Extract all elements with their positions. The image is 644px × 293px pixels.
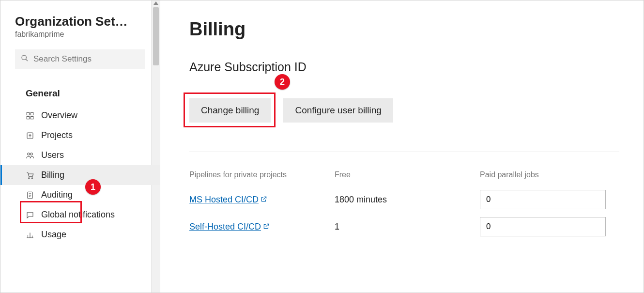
search-icon [21,54,29,64]
grid-icon [26,111,34,120]
table-header-paid: Paid parallel jobs [480,170,615,182]
sidebar-title: Organization Settin… [0,14,146,29]
svg-rect-3 [31,112,33,115]
sidebar: Organization Settin… fabrikamprime Gener… [0,0,160,293]
link-label: MS Hosted CI/CD [189,195,259,205]
sidebar-item-label: Overview [41,110,77,121]
sidebar-item-label: Billing [41,170,64,180]
search-settings-field[interactable] [15,49,145,69]
change-billing-button[interactable]: Change billing [189,98,271,123]
sidebar-item-label: Auditing [41,190,73,200]
chat-icon [26,211,34,219]
sidebar-item-global-notifications[interactable]: Global notifications [0,205,160,225]
svg-point-8 [28,153,30,155]
sidebar-item-overview[interactable]: Overview [0,106,160,125]
self-hosted-paid-input[interactable] [480,217,606,236]
table-row: MS Hosted CI/CD [189,195,335,205]
sidebar-subtitle: fabrikamprime [0,29,160,39]
sidebar-item-billing[interactable]: Billing [0,165,160,185]
annotation-callout-1: 1 [85,179,101,195]
table-cell [480,217,615,236]
main-content: Billing Azure Subscription ID Change bil… [160,0,644,293]
svg-rect-5 [31,116,33,119]
cart-icon [26,171,34,180]
sidebar-section-general: General [0,69,160,106]
sidebar-item-label: Projects [41,130,73,140]
table-cell [480,190,615,209]
billing-button-row: Change billing Configure user billing 2 [189,98,619,123]
svg-rect-2 [27,112,29,115]
link-label: Self-Hosted CI/CD [189,222,261,232]
svg-rect-4 [27,116,29,119]
ms-hosted-free-value: 1800 minutes [335,195,480,205]
search-settings-input[interactable] [33,54,139,64]
app-frame: Organization Settin… fabrikamprime Gener… [0,0,644,293]
sidebar-item-usage[interactable]: Usage [0,225,160,245]
svg-point-9 [31,153,33,155]
table-header-free: Free [335,170,480,182]
sidebar-item-auditing[interactable]: Auditing [0,185,160,205]
users-icon [26,151,34,160]
svg-point-11 [31,177,32,178]
self-hosted-free-value: 1 [335,222,480,232]
sidebar-item-label: Global notifications [41,210,115,220]
table-header-pipelines: Pipelines for private projects [189,170,335,182]
upload-box-icon [26,131,34,140]
sidebar-item-users[interactable]: Users [0,145,160,165]
table-row: Self-Hosted CI/CD [189,222,335,232]
sidebar-item-label: Usage [41,230,66,240]
svg-point-10 [29,177,30,178]
configure-user-billing-button[interactable]: Configure user billing [283,98,393,123]
svg-point-0 [22,55,26,60]
list-document-icon [26,191,34,200]
page-title: Billing [189,19,619,40]
sidebar-item-label: Users [41,150,64,160]
external-link-icon [263,222,270,232]
pipelines-table: Pipelines for private projects Free Paid… [189,170,619,236]
azure-subscription-heading: Azure Subscription ID [189,60,619,74]
sidebar-item-projects[interactable]: Projects [0,125,160,145]
ms-hosted-paid-input[interactable] [480,190,606,209]
bar-chart-icon [26,231,34,239]
ms-hosted-cicd-link[interactable]: MS Hosted CI/CD [189,195,267,205]
external-link-icon [261,195,267,205]
self-hosted-cicd-link[interactable]: Self-Hosted CI/CD [189,222,270,232]
annotation-callout-2: 2 [275,74,290,90]
section-divider [189,152,619,152]
scrollbar-thumb[interactable] [153,7,159,65]
svg-line-1 [26,59,28,61]
